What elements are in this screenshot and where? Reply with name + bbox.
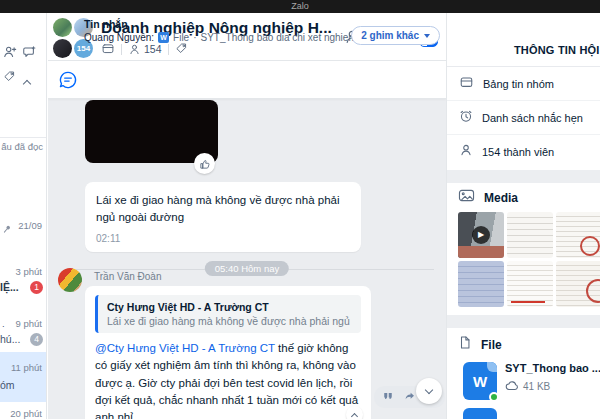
- media-section-header[interactable]: Media: [447, 188, 600, 207]
- quote-text: Lái xe đi giao hàng mà không về được nhà…: [107, 315, 352, 327]
- pinned-file-label: File: [173, 32, 189, 43]
- zalo-window: Zalo ấu đã đọc 21/09 3 phút IỆ... 1 . 9 …: [0, 0, 600, 419]
- menu-item-group-board[interactable]: Bảng tin nhóm: [447, 67, 600, 101]
- alarm-clock-icon: [459, 109, 473, 127]
- window-titlebar[interactable]: Zalo: [0, 0, 600, 13]
- member-avatar: [53, 18, 72, 37]
- message-text: Lái xe đi giao hàng mà không về được nhà…: [96, 192, 350, 227]
- conversation-time[interactable]: 20 phút: [10, 408, 42, 419]
- conversation-name[interactable]: óm: [0, 379, 15, 391]
- members-count: 154: [144, 43, 162, 55]
- add-friend-icon[interactable]: [3, 45, 17, 63]
- conversation-time[interactable]: 9 phút: [16, 318, 42, 329]
- menu-item-label: 154 thành viên: [482, 146, 554, 158]
- pinned-label: Tin nhắn: [84, 18, 128, 30]
- person-icon: [459, 143, 473, 161]
- menu-item-reminders[interactable]: Danh sách nhắc hẹn: [447, 101, 600, 135]
- separator-dot: ·: [193, 32, 196, 43]
- date-pill: 05:40 Hôm nay: [205, 261, 289, 276]
- scroll-to-bottom-button[interactable]: [416, 378, 442, 404]
- more-pins-label: 2 ghim khác: [361, 30, 419, 41]
- app-title: Zalo: [291, 1, 309, 11]
- like-reaction-button[interactable]: [194, 153, 215, 174]
- selected-conversation[interactable]: [0, 352, 47, 402]
- board-icon: [459, 75, 474, 93]
- conversation-time[interactable]: 21/09: [18, 220, 42, 231]
- section-band: [447, 315, 600, 328]
- file-meta: 41 KB: [505, 380, 600, 393]
- message-bubble[interactable]: Lái xe đi giao hàng mà không về được nhà…: [85, 182, 361, 252]
- collapse-list-icon[interactable]: [24, 73, 30, 91]
- divider: [121, 44, 122, 55]
- menu-item-members[interactable]: 154 thành viên: [447, 135, 600, 169]
- message-text: @Cty Hưng Việt HD - A Trường CT thế giờ …: [95, 340, 361, 419]
- section-band: [447, 170, 600, 183]
- members-button[interactable]: 154: [128, 43, 162, 56]
- conversation-name[interactable]: hú...: [0, 333, 20, 345]
- forward-icon[interactable]: [403, 388, 416, 406]
- info-panel-header: THÔNG TIN HỘI THOẠI: [447, 13, 600, 67]
- pinned-message-icon: [58, 70, 78, 94]
- unread-badge: 1: [30, 281, 43, 294]
- file-name: SYT_Thong bao ... e.doc: [505, 362, 600, 374]
- media-grid: ▶: [458, 212, 600, 307]
- conversation-time[interactable]: 11 phút: [11, 362, 42, 373]
- file-icon: [458, 335, 472, 354]
- file-section-title: File: [481, 338, 502, 352]
- sender-name[interactable]: Trần Văn Đoàn: [94, 271, 161, 282]
- media-thumbnail[interactable]: [556, 261, 600, 307]
- group-meta-row: 154: [101, 41, 188, 57]
- menu-item-label: Danh sách nhắc hẹn: [482, 112, 583, 124]
- file-section-header[interactable]: File: [447, 335, 600, 354]
- message-time: 02:11: [96, 233, 350, 244]
- more-pins-button[interactable]: 2 ghim khác: [351, 26, 440, 45]
- menu-item-label: Bảng tin nhóm: [483, 78, 554, 90]
- file-item[interactable]: W SYT_Thong bao ... e.doc 41 KB: [463, 362, 600, 400]
- word-file-icon: W: [158, 32, 169, 43]
- info-panel: THÔNG TIN HỘI THOẠI Bảng tin nhóm Danh s…: [446, 13, 600, 419]
- divider: [168, 44, 169, 55]
- synced-status-dot: [489, 392, 499, 402]
- chevron-down-icon: [425, 385, 433, 393]
- media-thumbnail[interactable]: [507, 212, 553, 258]
- member-avatar: [53, 39, 72, 58]
- tag-icon[interactable]: [175, 42, 188, 57]
- create-group-icon[interactable]: [22, 45, 36, 63]
- file-info: SYT_Thong bao ... e.doc 41 KB: [505, 362, 600, 400]
- play-icon: ▶: [472, 226, 490, 244]
- list-divider: [0, 137, 47, 138]
- info-panel-title: THÔNG TIN HỘI THOẠI: [514, 44, 600, 56]
- board-icon[interactable]: [101, 42, 115, 57]
- mention-link[interactable]: @Cty Hưng Việt HD - A Trường CT: [95, 342, 275, 354]
- pinned-sender: Quang Nguyễn:: [84, 32, 154, 43]
- media-thumbnail-video[interactable]: ▶: [458, 212, 504, 258]
- chevron-down-icon: [424, 34, 430, 38]
- collapse-button[interactable]: [346, 406, 363, 419]
- word-file-icon-partial[interactable]: [463, 408, 497, 419]
- conversation-name[interactable]: IỆ...: [0, 281, 19, 293]
- chat-area: 154 Doanh nghiệp Nông nghiệp H... 154: [48, 13, 446, 419]
- media-thumbnail[interactable]: [458, 261, 504, 307]
- conversation-time[interactable]: 3 phút: [16, 266, 42, 277]
- quote-title: Cty Hưng Việt HD - A Trường CT: [107, 301, 352, 313]
- image-icon: [458, 188, 475, 207]
- promo-banner-image[interactable]: [0, 156, 46, 213]
- quote-reply-icon[interactable]: [382, 388, 394, 406]
- truncated-text: .: [2, 318, 5, 329]
- mark-read-label[interactable]: ấu đã đọc: [1, 141, 43, 152]
- pinned-messages-bar[interactable]: [48, 61, 446, 99]
- file-size: 41 KB: [523, 381, 550, 392]
- media-thumbnail[interactable]: [556, 212, 600, 258]
- pin-icon: [2, 220, 12, 238]
- conversation-list: ấu đã đọc 21/09 3 phút IỆ... 1 . 9 phút …: [0, 13, 47, 419]
- cloud-icon: [505, 380, 519, 393]
- media-thumbnail[interactable]: [507, 261, 553, 307]
- message-bubble[interactable]: Cty Hưng Việt HD - A Trường CT Lái xe đi…: [85, 286, 371, 419]
- unread-badge: 4: [30, 333, 43, 346]
- sender-avatar[interactable]: [58, 268, 82, 292]
- word-file-icon: W: [463, 362, 497, 400]
- classify-tag-icon[interactable]: [3, 69, 16, 87]
- file-icon-letter: W: [473, 373, 487, 390]
- chevron-up-icon: [351, 412, 358, 419]
- quoted-message[interactable]: Cty Hưng Việt HD - A Trường CT Lái xe đi…: [95, 295, 361, 333]
